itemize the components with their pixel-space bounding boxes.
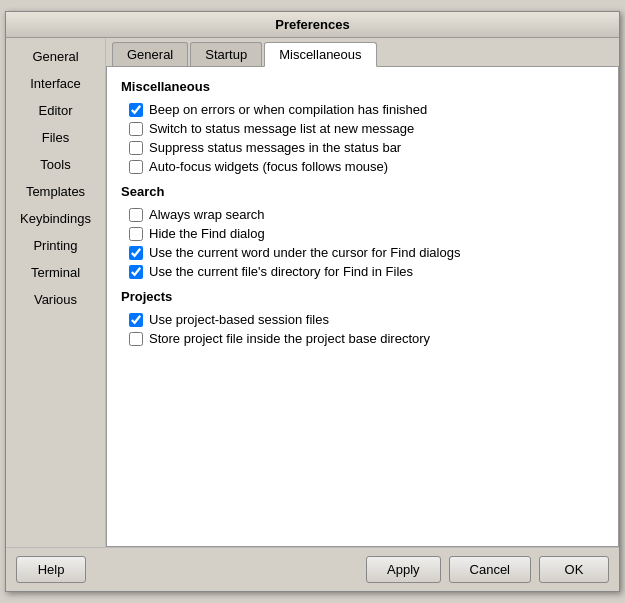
checkbox-row-always-wrap: Always wrap search	[129, 207, 604, 222]
checkbox-row-use-project: Use project-based session files	[129, 312, 604, 327]
label-use-current-word: Use the current word under the cursor fo…	[149, 245, 460, 260]
section-miscellaneous-title: Miscellaneous	[121, 79, 604, 94]
window-title: Preferences	[275, 17, 349, 32]
title-bar: Preferences	[6, 12, 619, 38]
tab-startup[interactable]: Startup	[190, 42, 262, 66]
checkbox-row-suppress: Suppress status messages in the status b…	[129, 140, 604, 155]
checkbox-use-project[interactable]	[129, 313, 143, 327]
sidebar-item-templates[interactable]: Templates	[11, 179, 100, 204]
checkbox-row-use-current-dir: Use the current file's directory for Fin…	[129, 264, 604, 279]
checkbox-row-switch: Switch to status message list at new mes…	[129, 121, 604, 136]
checkbox-hide-find[interactable]	[129, 227, 143, 241]
tab-miscellaneous[interactable]: Miscellaneous	[264, 42, 376, 67]
checkbox-row-beep: Beep on errors or when compilation has f…	[129, 102, 604, 117]
checkbox-beep[interactable]	[129, 103, 143, 117]
cancel-button[interactable]: Cancel	[449, 556, 531, 583]
label-use-current-dir: Use the current file's directory for Fin…	[149, 264, 413, 279]
checkbox-suppress[interactable]	[129, 141, 143, 155]
sidebar-item-files[interactable]: Files	[11, 125, 100, 150]
sidebar-item-tools[interactable]: Tools	[11, 152, 100, 177]
preferences-window: Preferences General Interface Editor Fil…	[5, 11, 620, 592]
content-area: General Startup Miscellaneous Miscellane…	[106, 38, 619, 547]
sidebar-item-interface[interactable]: Interface	[11, 71, 100, 96]
checkbox-always-wrap[interactable]	[129, 208, 143, 222]
label-beep: Beep on errors or when compilation has f…	[149, 102, 427, 117]
label-switch: Switch to status message list at new mes…	[149, 121, 414, 136]
checkbox-use-current-word[interactable]	[129, 246, 143, 260]
help-button[interactable]: Help	[16, 556, 86, 583]
tab-general[interactable]: General	[112, 42, 188, 66]
sidebar-item-various[interactable]: Various	[11, 287, 100, 312]
apply-button[interactable]: Apply	[366, 556, 441, 583]
checkbox-row-use-current-word: Use the current word under the cursor fo…	[129, 245, 604, 260]
panel-miscellaneous: Miscellaneous Beep on errors or when com…	[106, 67, 619, 547]
section-projects-title: Projects	[121, 289, 604, 304]
checkbox-switch[interactable]	[129, 122, 143, 136]
label-suppress: Suppress status messages in the status b…	[149, 140, 401, 155]
sidebar-item-editor[interactable]: Editor	[11, 98, 100, 123]
checkbox-row-hide-find: Hide the Find dialog	[129, 226, 604, 241]
checkbox-store-project[interactable]	[129, 332, 143, 346]
button-group-right: Apply Cancel OK	[366, 556, 609, 583]
label-store-project: Store project file inside the project ba…	[149, 331, 430, 346]
bottom-bar: Help Apply Cancel OK	[6, 547, 619, 591]
label-always-wrap: Always wrap search	[149, 207, 265, 222]
checkbox-use-current-dir[interactable]	[129, 265, 143, 279]
sidebar-item-printing[interactable]: Printing	[11, 233, 100, 258]
checkbox-row-autofocus: Auto-focus widgets (focus follows mouse)	[129, 159, 604, 174]
tabs-bar: General Startup Miscellaneous	[106, 38, 619, 67]
label-use-project: Use project-based session files	[149, 312, 329, 327]
sidebar-item-general[interactable]: General	[11, 44, 100, 69]
sidebar-item-keybindings[interactable]: Keybindings	[11, 206, 100, 231]
label-hide-find: Hide the Find dialog	[149, 226, 265, 241]
sidebar-item-terminal[interactable]: Terminal	[11, 260, 100, 285]
sidebar: General Interface Editor Files Tools Tem…	[6, 38, 106, 547]
section-search-title: Search	[121, 184, 604, 199]
checkbox-autofocus[interactable]	[129, 160, 143, 174]
checkbox-row-store-project: Store project file inside the project ba…	[129, 331, 604, 346]
ok-button[interactable]: OK	[539, 556, 609, 583]
label-autofocus: Auto-focus widgets (focus follows mouse)	[149, 159, 388, 174]
